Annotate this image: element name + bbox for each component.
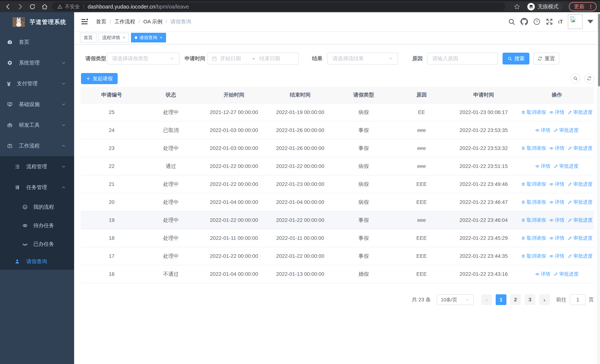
action-label: 审批进度 (559, 127, 579, 133)
sidebar-item-infra[interactable]: 基础设施 (0, 94, 74, 115)
cancel-leave-link[interactable]: 取消请假 (521, 235, 546, 241)
search-button[interactable]: 搜索 (503, 53, 529, 65)
eye-icon (549, 236, 554, 240)
table-row: 18处理中2022-01-11 00:00:002022-01-11 00:00… (81, 229, 594, 247)
cancel-leave-link[interactable]: 取消请假 (521, 109, 546, 115)
approval-progress-link[interactable]: 审批进度 (554, 271, 579, 277)
approval-progress-link[interactable]: 审批进度 (568, 181, 593, 187)
browser-back-icon[interactable] (4, 3, 11, 10)
user-menu-caret-icon[interactable] (587, 20, 593, 24)
detail-link[interactable]: 详情 (549, 235, 564, 241)
sidebar-item-my-process[interactable]: 我的流程 (0, 198, 74, 216)
cancel-leave-link[interactable]: 取消请假 (521, 145, 546, 151)
table-header-row: 申请编号状态开始时间结束时间请假类型原因申请时间操作 (81, 87, 594, 103)
cell-id: 25 (81, 109, 143, 115)
cell-apply-time: 2022-01-22 23:49:46 (448, 181, 520, 187)
detail-link[interactable]: 详情 (549, 253, 564, 259)
cancel-leave-link[interactable]: 取消请假 (521, 181, 546, 187)
reason-input[interactable]: 请输入原因 (427, 53, 498, 65)
github-icon[interactable] (520, 18, 528, 26)
cell-actions: 取消请假详情审批进度 (520, 145, 594, 151)
action-label: 详情 (555, 199, 564, 205)
help-icon[interactable]: ? (533, 18, 541, 26)
refresh-table-button[interactable] (584, 73, 594, 84)
tab-home[interactable]: 首页 (80, 33, 96, 42)
apply-time-range-picker[interactable]: 开始日期 - 结束日期 (207, 53, 299, 65)
sidebar-item-devtools[interactable]: 研发工具 (0, 115, 74, 135)
page-button-2[interactable]: 2 (510, 294, 521, 305)
pen-icon (568, 218, 572, 222)
cell-start-time: 2022-01-22 00:00:00 (199, 217, 269, 223)
detail-link[interactable]: 详情 (549, 199, 564, 205)
browser-forward-icon[interactable] (17, 3, 24, 10)
breadcrumb-item[interactable]: 工作流程 (114, 18, 135, 25)
prev-page-button[interactable]: ‹ (481, 294, 492, 305)
action-label: 审批进度 (573, 181, 593, 187)
toggle-search-button[interactable] (570, 73, 580, 84)
detail-link[interactable]: 详情 (535, 127, 550, 133)
sidebar-item-done-tasks[interactable]: 已办任务 (0, 235, 74, 253)
sidebar-item-home[interactable]: 首页 (0, 32, 74, 52)
sidebar-item-leave-query[interactable]: 请假查询 (0, 253, 74, 270)
detail-link[interactable]: 详情 (549, 145, 564, 151)
create-leave-button[interactable]: 发起请假 (81, 73, 118, 84)
breadcrumb-item[interactable]: OA 示例 (143, 18, 162, 25)
bookmark-star-icon[interactable] (514, 3, 520, 10)
cancel-leave-link[interactable]: 取消请假 (521, 253, 546, 259)
cell-leave-type: 事假 (332, 217, 396, 224)
fullscreen-icon[interactable] (545, 18, 553, 26)
app-logo-row[interactable]: 芋道管理系统 (0, 12, 74, 32)
tab-label: 请假查询 (140, 35, 157, 41)
detail-link[interactable]: 详情 (535, 271, 550, 277)
scrollbar-thumb[interactable] (598, 14, 600, 86)
detail-link[interactable]: 详情 (549, 217, 564, 223)
page-button-3[interactable]: 3 (525, 294, 535, 305)
cancel-leave-link[interactable]: 取消请假 (521, 199, 546, 205)
result-select[interactable]: 请选择流结果 (328, 53, 398, 65)
sidebar-item-todo-tasks[interactable]: 待办任务 (0, 216, 74, 235)
chevron-up-icon (61, 143, 66, 148)
leave-type-select[interactable]: 请选择请假类型 (107, 53, 179, 65)
sidebar-item-workflow[interactable]: 工作流程 (0, 135, 74, 156)
approval-progress-link[interactable]: 审批进度 (568, 253, 593, 259)
header-search-icon[interactable] (508, 18, 516, 26)
eye-icon (535, 272, 540, 276)
hamburger-icon[interactable] (80, 18, 89, 26)
sidebar-item-process-mgmt[interactable]: 流程管理 (0, 156, 74, 177)
more-vert-icon[interactable] (588, 4, 593, 9)
approval-progress-link[interactable]: 审批进度 (554, 163, 579, 169)
approval-progress-link[interactable]: 审批进度 (568, 109, 593, 115)
page-size-select[interactable]: 10条/页 (437, 294, 474, 305)
tab-leave-query[interactable]: 请假查询× (131, 33, 166, 42)
detail-link[interactable]: 详情 (549, 181, 564, 187)
browser-home-icon[interactable] (41, 3, 48, 10)
page-button-1[interactable]: 1 (496, 294, 506, 305)
font-size-icon[interactable]: tT (558, 19, 563, 25)
detail-link[interactable]: 详情 (535, 163, 550, 169)
cancel-leave-link[interactable]: 取消请假 (521, 217, 546, 223)
tab-process-detail[interactable]: 流程详情× (99, 33, 129, 42)
goto-page-input[interactable] (570, 294, 586, 305)
pen-icon (568, 182, 572, 187)
sidebar-item-system[interactable]: 系统管理 (0, 52, 74, 73)
approval-progress-link[interactable]: 审批进度 (554, 127, 579, 133)
avatar[interactable] (568, 14, 582, 29)
close-icon[interactable]: × (160, 35, 162, 40)
approval-progress-link[interactable]: 审批进度 (568, 145, 593, 151)
breadcrumb-item[interactable]: 首页 (96, 18, 106, 25)
reset-button[interactable]: 重置 (533, 53, 559, 65)
address-bar[interactable]: 不安全 dashboard.yudao.iocoder.cn /bpm/oa/l… (52, 2, 506, 11)
browser-reload-icon[interactable] (29, 3, 36, 10)
approval-progress-link[interactable]: 审批进度 (568, 217, 593, 223)
close-icon[interactable]: × (123, 35, 125, 40)
approval-progress-link[interactable]: 审批进度 (568, 235, 593, 241)
approval-progress-link[interactable]: 审批进度 (568, 199, 593, 205)
next-page-button[interactable]: › (539, 294, 550, 305)
sidebar-item-payment[interactable]: ¥支付管理 (0, 73, 74, 94)
sidebar-item-task-mgmt[interactable]: 任务管理 (0, 177, 74, 198)
cell-reason: EE (396, 109, 448, 115)
action-label: 审批进度 (559, 271, 579, 277)
browser-update-button[interactable]: 更新 (569, 2, 597, 11)
cell-reason: EEE (396, 271, 448, 277)
detail-link[interactable]: 详情 (549, 109, 564, 115)
